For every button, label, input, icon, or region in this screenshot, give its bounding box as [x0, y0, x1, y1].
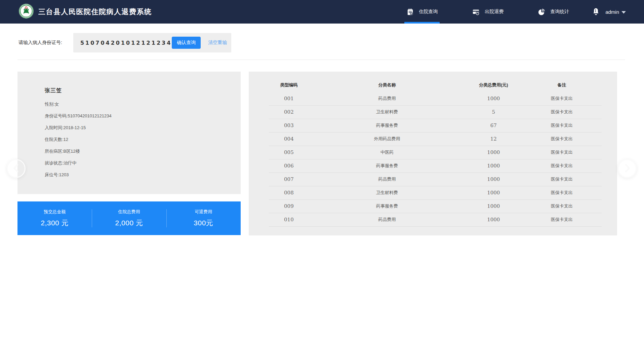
- summary-value: 2,300 元: [41, 218, 69, 228]
- nav-item-discharge-refund[interactable]: 出院退费: [471, 0, 504, 24]
- hospital-logo: [18, 3, 34, 20]
- patient-info-line: 入院时间:2018-12-15: [45, 122, 227, 134]
- fee-table-cell: 010: [269, 213, 309, 226]
- user-menu[interactable]: admin: [605, 9, 626, 15]
- fee-table-header-cell: 分类名称: [309, 78, 465, 92]
- fee-table-cell: 12: [465, 132, 522, 146]
- fee-table-cell: 卫生材料费: [309, 105, 465, 119]
- nav-item-label: 出院退费: [485, 9, 504, 15]
- fee-table-cell: 004: [269, 132, 309, 146]
- statistics-icon: [538, 8, 546, 16]
- fee-table-cell: 医保卡支出: [522, 146, 602, 159]
- fee-table-row: 008卫生材料费1000医保卡支出: [269, 186, 602, 199]
- fee-table-header-cell: 分类总费用(元): [465, 78, 522, 92]
- app-title: 三台县人民医院住院病人退费系统: [38, 7, 152, 16]
- brand: 三台县人民医院住院病人退费系统: [18, 3, 152, 20]
- chevron-left-icon: [12, 163, 21, 174]
- patient-info-line: 身份证号码:510704201012121234: [45, 110, 227, 122]
- fee-table-cell: 67: [465, 119, 522, 132]
- fee-table-cell: 医保卡支出: [522, 199, 602, 213]
- content-area: 张三笠 性别:女身份证号码:510704201012121234入院时间:201…: [17, 72, 617, 235]
- summary-item: 可退费用300元: [166, 201, 241, 235]
- discharge-refund-icon: [472, 8, 480, 16]
- username: admin: [605, 9, 619, 15]
- fee-table-header-row: 类型编码分类名称分类总费用(元)备注: [269, 78, 602, 92]
- summary-label: 可退费用: [195, 209, 212, 215]
- nav-item-inpatient-query[interactable]: 住院查询: [406, 0, 438, 24]
- fee-table-cell: 药品费用: [309, 213, 465, 226]
- patient-info-line: 性别:女: [45, 98, 227, 110]
- fee-table-cell: 外用药品费用: [309, 132, 465, 146]
- search-section: 请输入病人身份证号: 510704201012121234 确认查询 清空重输: [18, 33, 644, 52]
- nav-item-label: 查询统计: [550, 9, 569, 15]
- fee-table-cell: 中医药: [309, 146, 465, 159]
- fee-table-cell: 003: [269, 119, 309, 132]
- fee-table-cell: 药事服务费: [309, 199, 465, 213]
- fee-table-header-cell: 备注: [522, 78, 602, 92]
- fee-table-cell: 1000: [465, 173, 522, 186]
- fee-table: 类型编码分类名称分类总费用(元)备注 001药品费用1000医保卡支出002卫生…: [269, 78, 602, 227]
- fee-table-cell: 医保卡支出: [522, 213, 602, 226]
- fee-table-cell: 医保卡支出: [522, 132, 602, 146]
- carousel-next-button[interactable]: [618, 159, 637, 178]
- summary-item: 预交总金额2,300 元: [17, 201, 92, 235]
- main-nav: 住院查询 出院退费: [406, 0, 626, 24]
- fee-table-row: 001药品费用1000医保卡支出: [269, 92, 602, 105]
- fee-table-header-cell: 类型编码: [269, 78, 309, 92]
- id-input[interactable]: 510704201012121234: [80, 40, 172, 46]
- section-divider: [17, 60, 625, 60]
- bell-icon[interactable]: [592, 7, 600, 16]
- patient-info-line: 就诊状态:治疗中: [45, 157, 227, 169]
- search-label: 请输入病人身份证号:: [18, 40, 62, 46]
- patient-name: 张三笠: [45, 87, 227, 94]
- nav-item-label: 住院查询: [419, 9, 438, 15]
- summary-value: 300元: [194, 218, 213, 228]
- fee-table-cell: 医保卡支出: [522, 119, 602, 132]
- confirm-query-button[interactable]: 确认查询: [172, 37, 201, 49]
- summary-value: 2,000 元: [115, 218, 143, 228]
- fee-table-cell: 医保卡支出: [522, 105, 602, 119]
- fee-table-cell: 001: [269, 92, 309, 105]
- fee-table-cell: 1000: [465, 92, 522, 105]
- fee-table-cell: 医保卡支出: [522, 92, 602, 105]
- fee-table-row: 009药事服务费1000医保卡支出: [269, 199, 602, 213]
- patient-info-list: 性别:女身份证号码:510704201012121234入院时间:2018-12…: [45, 98, 227, 181]
- fee-table-row: 005中医药1000医保卡支出: [269, 146, 602, 159]
- inpatient-query-icon: [406, 8, 414, 16]
- fee-table-row: 007药品费用1000医保卡支出: [269, 173, 602, 186]
- fee-table-cell: 1000: [465, 146, 522, 159]
- fee-table-cell: 药事服务费: [309, 119, 465, 132]
- fee-table-cell: 008: [269, 186, 309, 199]
- fee-table-cell: 医保卡支出: [522, 186, 602, 199]
- clear-reset-link[interactable]: 清空重输: [208, 40, 227, 46]
- fee-table-cell: 药品费用: [309, 92, 465, 105]
- fee-table-cell: 1000: [465, 159, 522, 173]
- fee-table-cell: 卫生材料费: [309, 186, 465, 199]
- nav-item-statistics[interactable]: 查询统计: [537, 0, 570, 24]
- fee-table-cell: 007: [269, 173, 309, 186]
- fee-table-panel: 类型编码分类名称分类总费用(元)备注 001药品费用1000医保卡支出002卫生…: [249, 72, 617, 235]
- fee-table-cell: 医保卡支出: [522, 159, 602, 173]
- fee-table-cell: 006: [269, 159, 309, 173]
- fee-table-row: 002卫生材料费5医保卡支出: [269, 105, 602, 119]
- fee-table-cell: 002: [269, 105, 309, 119]
- carousel-prev-button[interactable]: [7, 159, 26, 178]
- fee-table-cell: 1000: [465, 199, 522, 213]
- fee-table-row: 006药事服务费1000医保卡支出: [269, 159, 602, 173]
- fee-summary-bar: 预交总金额2,300 元住院总费用2,000 元可退费用300元: [17, 201, 241, 235]
- patient-info-line: 床位号:1203: [45, 169, 227, 181]
- caret-down-icon: [621, 9, 626, 15]
- summary-label: 住院总费用: [118, 209, 140, 215]
- fee-table-cell: 1000: [465, 186, 522, 199]
- patient-info-panel: 张三笠 性别:女身份证号码:510704201012121234入院时间:201…: [17, 72, 241, 194]
- summary-item: 住院总费用2,000 元: [92, 201, 166, 235]
- summary-label: 预交总金额: [44, 209, 66, 215]
- patient-info-line: 住院天数:12: [45, 134, 227, 145]
- fee-table-row: 003药事服务费67医保卡支出: [269, 119, 602, 132]
- fee-table-cell: 009: [269, 199, 309, 213]
- navbar: 三台县人民医院住院病人退费系统 住院查询: [0, 0, 644, 24]
- fee-table-cell: 药事服务费: [309, 159, 465, 173]
- fee-table-row: 010药品费用1000医保卡支出: [269, 213, 602, 226]
- id-input-box: 510704201012121234 确认查询 清空重输: [73, 33, 231, 52]
- fee-table-cell: 医保卡支出: [522, 173, 602, 186]
